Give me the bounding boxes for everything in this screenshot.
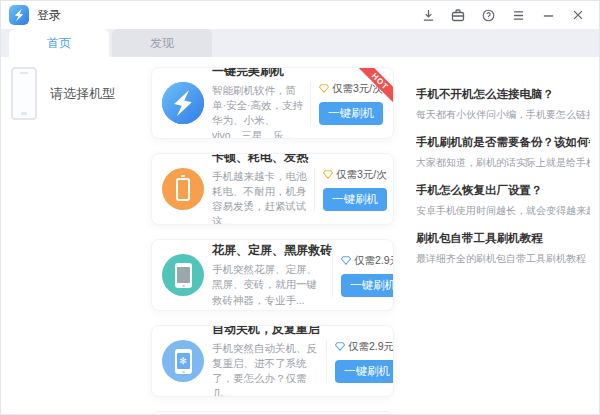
tab-home-label: 首页 [47, 35, 71, 52]
article-list: 手机不开机怎么连接电脑？ 每天都有小伙伴问小编，手机要怎么链接... 手机刷机前… [416, 87, 590, 279]
brand-s-logo-icon [162, 82, 204, 124]
article-title: 手机怎么恢复出厂设置？ [416, 183, 590, 198]
card-partial [151, 411, 394, 415]
card-lag-battery-heat[interactable]: 卡顿、耗电、发热 手机越来越卡，电池耗电、不耐用，机身容易发烫，赶紧试试这...… [151, 153, 394, 225]
gem-icon [323, 170, 333, 179]
card-desc: 智能刷机软件，简单·安全·高效，支持华为、小米、vivo、三星、乐... [212, 83, 304, 139]
price-label: 仅需2.9元/次 [354, 254, 394, 268]
tabbar: 首页 发现 [1, 29, 599, 57]
tab-discover-label: 发现 [150, 35, 174, 52]
app-window: 登录 [0, 0, 600, 415]
card-title: 自动关机，反复重启 [212, 325, 320, 338]
window-title: 登录 [37, 7, 61, 24]
card-desc: 手机突然自动关机、反复重启、进不了系统了，要怎么办？仅需几... [212, 341, 320, 397]
card-title: 卡顿、耗电、发热 [212, 153, 308, 166]
app-logo-icon [9, 5, 29, 25]
article-item[interactable]: 刷机包自带工具刷机教程 最详细齐全的刷机包自带工具刷机教程， [416, 231, 590, 266]
card-perfect-flash[interactable]: 一键完美刷机 智能刷机软件，简单·安全·高效，支持华为、小米、vivo、三星、乐… [151, 67, 394, 139]
model-selector[interactable]: 请选择机型 [1, 57, 149, 130]
article-title: 刷机包自带工具刷机教程 [416, 231, 590, 246]
flash-button[interactable]: 一键刷机 [323, 188, 387, 211]
gem-icon [341, 256, 351, 265]
tab-home[interactable]: 首页 [9, 29, 109, 57]
price-label: 仅需3元/次 [336, 168, 387, 182]
article-desc: 每天都有小伙伴问小编，手机要怎么链接... [416, 108, 590, 122]
close-icon[interactable] [571, 8, 585, 22]
price-label: 仅需2.9元/次 [348, 340, 394, 354]
phone-reboot-icon: ✻ [162, 340, 204, 382]
price-row: 仅需3元/次 [323, 168, 391, 182]
minimize-icon[interactable] [541, 8, 555, 22]
flash-button[interactable]: 一键刷机 [335, 360, 394, 383]
article-desc: 大家都知道，刷机的话实际上就是给手机... [416, 156, 590, 170]
card-auto-shutdown-reboot[interactable]: ✻ 自动关机，反复重启 手机突然自动关机、反复重启、进不了系统了，要怎么办？仅需… [151, 325, 394, 397]
card-desc: 手机突然花屏、定屏、黑屏、变砖，就用一键救砖神器，专业手... [212, 262, 326, 308]
flash-button[interactable]: 一键刷机 [319, 102, 383, 125]
card-title: 花屏、定屏、黑屏救砖 [212, 242, 326, 259]
main-content: 请选择机型 一键完美刷机 智能刷机软件，简单·安全·高效，支持华为 [1, 57, 599, 415]
phone-brick-icon [162, 254, 204, 296]
gem-icon [319, 84, 329, 93]
article-desc: 最详细齐全的刷机包自带工具刷机教程， [416, 252, 590, 266]
download-icon[interactable] [421, 8, 435, 22]
battery-icon [162, 168, 204, 210]
phone-outline-icon [11, 67, 37, 120]
hot-badge: HOT [357, 68, 393, 104]
card-title: 一键完美刷机 [212, 67, 304, 80]
article-title: 手机刷机前是否需要备份？该如何备... [416, 135, 590, 150]
price-row: 仅需2.9元/次 [341, 254, 394, 268]
article-item[interactable]: 手机不开机怎么连接电脑？ 每天都有小伙伴问小编，手机要怎么链接... [416, 87, 590, 122]
service-cards: 一键完美刷机 智能刷机软件，简单·安全·高效，支持华为、小米、vivo、三星、乐… [151, 67, 394, 415]
article-title: 手机不开机怎么连接电脑？ [416, 87, 590, 102]
card-desc: 手机越来越卡，电池耗电、不耐用，机身容易发烫，赶紧试试这... [212, 169, 308, 225]
toolbox-icon[interactable] [451, 8, 465, 22]
flash-button[interactable]: 一键刷机 [341, 274, 394, 297]
titlebar: 登录 [1, 1, 599, 29]
gem-icon [335, 342, 345, 351]
menu-icon[interactable] [511, 8, 525, 22]
help-icon[interactable] [481, 8, 495, 22]
tab-discover[interactable]: 发现 [112, 29, 212, 57]
model-selector-label: 请选择机型 [50, 85, 115, 103]
price-row: 仅需2.9元/次 [335, 340, 394, 354]
article-desc: 安卓手机使用时间越长，就会变得越来越... [416, 204, 590, 218]
card-screen-brick-rescue[interactable]: 花屏、定屏、黑屏救砖 手机突然花屏、定屏、黑屏、变砖，就用一键救砖神器，专业手.… [151, 239, 394, 311]
window-controls [421, 8, 599, 22]
article-item[interactable]: 手机怎么恢复出厂设置？ 安卓手机使用时间越长，就会变得越来越... [416, 183, 590, 218]
article-item[interactable]: 手机刷机前是否需要备份？该如何备... 大家都知道，刷机的话实际上就是给手机..… [416, 135, 590, 170]
